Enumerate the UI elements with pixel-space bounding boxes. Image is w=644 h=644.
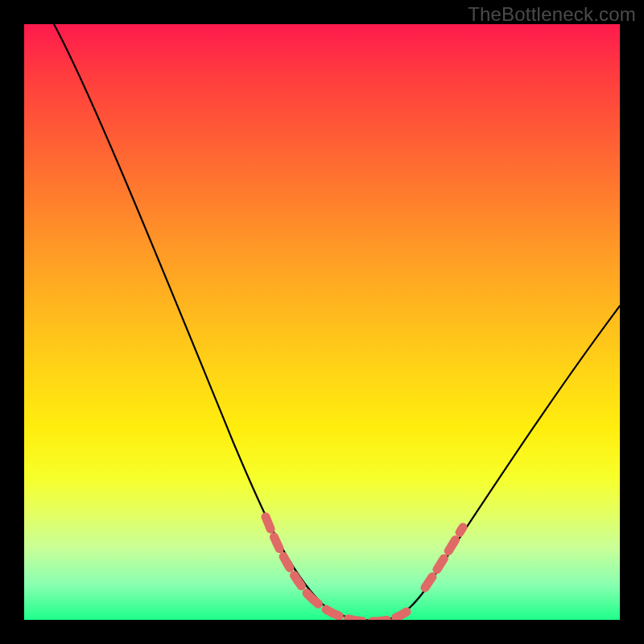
- curve-layer: [24, 24, 620, 620]
- plot-area: [24, 24, 620, 620]
- dash-segment-right: [425, 527, 463, 588]
- dash-segment-left: [266, 517, 308, 594]
- bottleneck-curve-line: [54, 24, 620, 620]
- chart-frame: TheBottleneck.com: [0, 0, 644, 644]
- dash-segment-bottom: [308, 594, 407, 620]
- watermark-text: TheBottleneck.com: [468, 3, 636, 26]
